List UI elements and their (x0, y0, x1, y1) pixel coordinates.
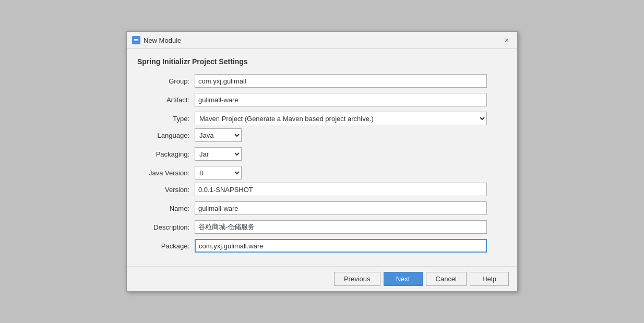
version-label: Version: (137, 186, 195, 194)
type-select[interactable]: Maven Project (Generate a Maven based pr… (195, 112, 487, 125)
language-row: Language: Java Kotlin Groovy (137, 128, 507, 142)
java-version-label: Java Version: (137, 169, 195, 177)
dialog-footer: Previous Next Cancel Help (127, 266, 517, 291)
section-title: Spring Initializr Project Settings (137, 57, 507, 66)
description-label: Description: (137, 223, 195, 231)
close-button[interactable]: × (502, 35, 512, 45)
packaging-label: Packaging: (137, 150, 195, 158)
group-label: Group: (137, 77, 195, 85)
help-button[interactable]: Help (470, 272, 509, 286)
artifact-row: Artifact: (137, 93, 507, 106)
language-select[interactable]: Java Kotlin Groovy (195, 128, 242, 142)
module-icon (132, 36, 140, 44)
name-row: Name: (137, 201, 507, 215)
next-button[interactable]: Next (384, 272, 423, 286)
version-input[interactable] (195, 183, 487, 196)
package-input[interactable] (195, 239, 487, 253)
artifact-input[interactable] (195, 93, 487, 106)
cancel-button[interactable]: Cancel (426, 272, 467, 286)
java-version-row: Java Version: 8 11 17 (137, 166, 507, 180)
name-label: Name: (137, 205, 195, 212)
title-bar-left: New Module (132, 36, 181, 44)
name-input[interactable] (195, 201, 487, 215)
package-label: Package: (137, 242, 195, 250)
previous-button[interactable]: Previous (334, 272, 380, 286)
group-row: Group: (137, 74, 507, 88)
dialog-title: New Module (144, 37, 181, 44)
package-row: Package: (137, 239, 507, 253)
svg-rect-2 (134, 41, 138, 42)
packaging-row: Packaging: Jar War (137, 147, 507, 161)
svg-rect-0 (133, 37, 139, 43)
description-input[interactable] (195, 220, 487, 234)
java-version-select[interactable]: 8 11 17 (195, 166, 242, 180)
type-label: Type: (137, 115, 195, 123)
version-row: Version: (137, 183, 507, 196)
packaging-select[interactable]: Jar War (195, 147, 242, 161)
artifact-label: Artifact: (137, 96, 195, 104)
description-row: Description: (137, 220, 507, 234)
language-label: Language: (137, 131, 195, 139)
title-bar: New Module × (127, 32, 517, 49)
dialog-content: Spring Initializr Project Settings Group… (127, 49, 517, 266)
new-module-dialog: New Module × Spring Initializr Project S… (126, 31, 518, 292)
svg-rect-1 (134, 39, 138, 40)
type-row: Type: Maven Project (Generate a Maven ba… (137, 112, 507, 125)
group-input[interactable] (195, 74, 487, 88)
